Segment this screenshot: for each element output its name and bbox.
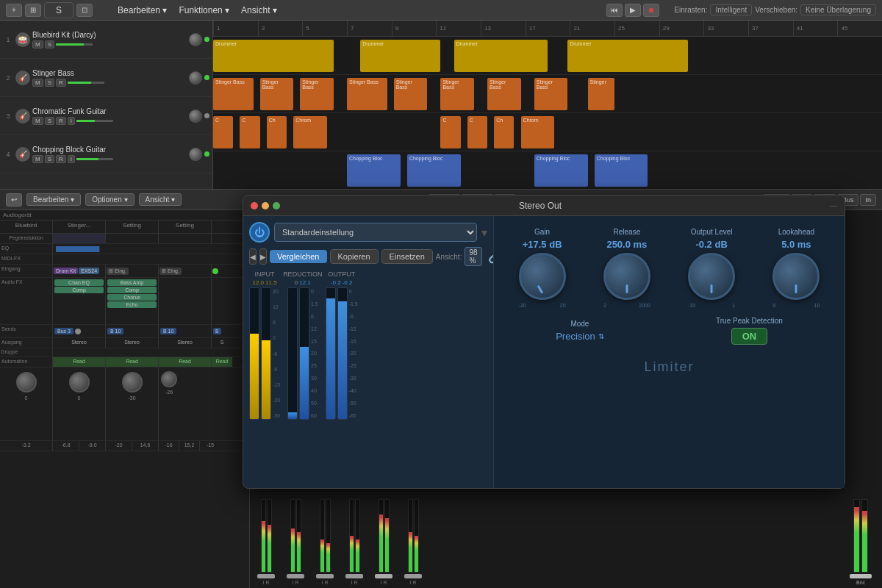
- clip-guitar-7[interactable]: Ch: [494, 116, 514, 148]
- clip-guitar-2[interactable]: C: [240, 116, 259, 148]
- fader-handle-6[interactable]: [404, 574, 422, 578]
- clip-chopping-2[interactable]: Chopping Bloc: [407, 154, 461, 187]
- clip-guitar-3[interactable]: Ch: [267, 116, 287, 148]
- sec-options-button[interactable]: Optionen ▾: [85, 193, 134, 206]
- sec-view-button[interactable]: Ansicht ▾: [139, 193, 182, 206]
- add-track-button[interactable]: +: [6, 4, 22, 17]
- send-b10-2[interactable]: B 10: [160, 328, 176, 334]
- track-solo-3[interactable]: S: [45, 117, 54, 125]
- release-knob[interactable]: [603, 253, 650, 300]
- track-volume-knob-2[interactable]: [189, 71, 202, 85]
- bass-amp-insert[interactable]: Bass Amp: [107, 279, 157, 286]
- clip-chopping-4[interactable]: Chopping Bloc: [595, 154, 648, 187]
- track-volume-knob-4[interactable]: [189, 148, 202, 161]
- master-fader-handle[interactable]: [850, 574, 872, 578]
- ausgang-ch3[interactable]: Stereo: [159, 338, 212, 348]
- track-record-2[interactable]: R: [56, 79, 66, 87]
- clip-bass-6[interactable]: Stinger Bass: [440, 78, 474, 110]
- clip-bass-1[interactable]: Stinger Bass: [213, 78, 254, 110]
- chorus-insert[interactable]: Chorus: [107, 294, 157, 301]
- clip-bass-3[interactable]: Stinger Bass: [300, 78, 334, 110]
- track-fader-2[interactable]: [68, 82, 104, 84]
- clip-guitar-8[interactable]: Chrom: [521, 116, 555, 148]
- echo-insert[interactable]: Echo: [107, 301, 157, 308]
- comp-insert-1[interactable]: Comp: [54, 287, 104, 293]
- copy-button[interactable]: Kopieren: [330, 249, 379, 264]
- pan-knob-1[interactable]: [16, 372, 37, 392]
- minimize-dot[interactable]: [262, 202, 269, 209]
- eing-slot-2[interactable]: ⊞ Eing.: [159, 268, 182, 275]
- next-preset-button[interactable]: ▶: [259, 248, 267, 265]
- play-button[interactable]: ▶: [625, 4, 641, 17]
- record-button[interactable]: ⏺: [643, 4, 659, 17]
- fader-handle-1[interactable]: [257, 574, 275, 578]
- mode-value[interactable]: Precision ⇅: [556, 331, 603, 342]
- menu-funktionen[interactable]: Funktionen ▾: [174, 4, 234, 17]
- move-value[interactable]: Keine Überlagerung: [800, 4, 876, 15]
- automation-ch1[interactable]: Read: [53, 357, 106, 367]
- automation-ch2[interactable]: Read: [106, 357, 159, 367]
- window-button[interactable]: ⊡: [76, 4, 93, 17]
- clip-guitar-6[interactable]: C: [467, 116, 487, 148]
- menu-ansicht[interactable]: Ansicht ▾: [237, 4, 282, 17]
- clip-drummer-4[interactable]: Drummer: [567, 40, 688, 72]
- lookahead-knob[interactable]: [772, 253, 820, 300]
- paste-button[interactable]: Einsetzen: [381, 249, 433, 264]
- automation-ch4[interactable]: Read: [212, 357, 232, 367]
- view-value[interactable]: 98 %: [465, 247, 481, 266]
- automation-ch3[interactable]: Read: [159, 357, 212, 367]
- sec-edit-button[interactable]: Bearbeiten ▾: [26, 193, 81, 206]
- clip-bass-2[interactable]: Stinger Bass: [260, 78, 294, 110]
- clip-guitar-1[interactable]: C: [213, 116, 233, 148]
- prev-preset-button[interactable]: ◀: [249, 248, 257, 265]
- secondary-back-button[interactable]: ↩: [6, 193, 22, 207]
- clip-bass-7[interactable]: Stinger Bass: [487, 78, 521, 110]
- pan-knob-4[interactable]: [161, 371, 177, 387]
- preset-dropdown[interactable]: Standardeinstellung: [274, 223, 477, 242]
- track-fader-1[interactable]: [56, 43, 93, 46]
- true-peak-value[interactable]: ON: [731, 328, 768, 345]
- track-input-4[interactable]: I: [68, 155, 75, 163]
- rewind-button[interactable]: ⏮: [606, 4, 623, 17]
- clip-drummer-1[interactable]: Drummer: [213, 40, 334, 72]
- track-fader-3[interactable]: [76, 120, 113, 122]
- pan-knob-2[interactable]: [69, 372, 90, 392]
- clip-bass-5[interactable]: Stinger Bass: [394, 78, 428, 110]
- fader-handle-4[interactable]: [345, 574, 363, 578]
- library-button[interactable]: ⊞: [25, 4, 41, 17]
- track-mute-2[interactable]: M: [32, 79, 43, 87]
- track-solo-4[interactable]: S: [45, 155, 54, 163]
- chan-eq-insert[interactable]: Chan EQ: [54, 279, 104, 286]
- drum-kit-insert[interactable]: Drum Kit: [54, 268, 78, 274]
- clip-drummer-3[interactable]: Drummer: [454, 40, 548, 72]
- menu-bearbeiten[interactable]: Bearbeiten ▾: [113, 4, 171, 17]
- ausgang-ch2[interactable]: Stereo: [106, 338, 159, 348]
- pan-knob-3[interactable]: [122, 372, 143, 392]
- comp-insert-2[interactable]: Comp: [107, 287, 157, 293]
- ausgang-ch4[interactable]: S: [212, 338, 232, 348]
- track-volume-knob-3[interactable]: [189, 110, 202, 123]
- track-fader-4[interactable]: [76, 158, 113, 160]
- track-mute-4[interactable]: M: [32, 155, 43, 163]
- clip-bass-9[interactable]: Stinger: [588, 78, 614, 110]
- close-dot[interactable]: [251, 202, 258, 209]
- maximize-dot[interactable]: [273, 202, 280, 209]
- track-record-3[interactable]: R: [56, 117, 66, 125]
- fader-handle-2[interactable]: [287, 574, 304, 578]
- power-button[interactable]: ⏻: [249, 222, 270, 243]
- track-input-3[interactable]: I: [68, 117, 75, 125]
- exs24-insert[interactable]: EXS24: [79, 268, 99, 274]
- clip-chopping-3[interactable]: Chopping Bloc: [534, 154, 588, 187]
- ausgang-ch1[interactable]: Stereo: [53, 338, 106, 348]
- clip-guitar-5[interactable]: C: [440, 116, 460, 148]
- filter-in[interactable]: In: [860, 194, 876, 206]
- clip-guitar-4[interactable]: Chrom: [293, 116, 327, 148]
- send-b10-1[interactable]: B 10: [107, 328, 123, 334]
- output-level-knob[interactable]: [688, 253, 735, 300]
- snap-value[interactable]: Intelligent: [710, 4, 752, 15]
- send-b[interactable]: B: [213, 328, 221, 334]
- clip-drummer-2[interactable]: Drummer: [360, 40, 440, 72]
- track-solo-1[interactable]: S: [45, 40, 54, 49]
- gain-knob[interactable]: [519, 253, 566, 300]
- fader-handle-3[interactable]: [316, 574, 334, 578]
